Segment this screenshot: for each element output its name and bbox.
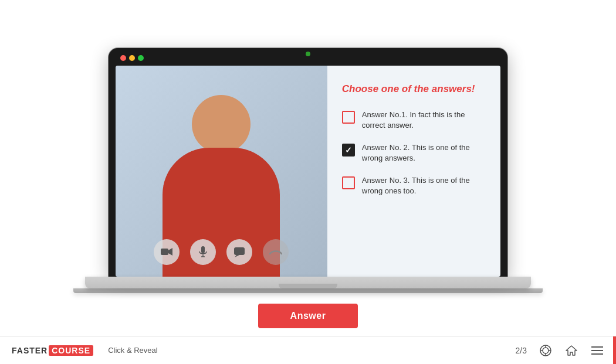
laptop-base [85, 277, 531, 288]
tl-red[interactable] [120, 55, 126, 61]
page-counter: 2/3 [516, 346, 527, 355]
answer-checkbox-2[interactable] [342, 144, 355, 157]
answer-item-1: Answer No.1. In fact this is the correct… [342, 110, 486, 131]
brand-faster-text: FASTER [12, 346, 48, 355]
bottom-label: Click & Reveal [108, 346, 158, 355]
svg-marker-13 [566, 346, 577, 355]
answer-btn-wrapper: Answer [258, 304, 358, 328]
camera-button[interactable] [154, 239, 180, 265]
home-icon[interactable] [564, 343, 578, 358]
answer-checkbox-1[interactable] [342, 111, 355, 124]
answer-text-2: Answer No. 2. This is one of the wrong a… [362, 142, 486, 164]
end-call-button[interactable] [263, 239, 289, 265]
brand-course-text: COURSE [49, 345, 93, 356]
lifering-icon[interactable] [539, 343, 553, 358]
tl-green[interactable] [138, 55, 144, 61]
svg-rect-0 [161, 249, 168, 255]
bottom-right: 2/3 [516, 343, 604, 358]
answer-item-3: Answer No. 3. This is one of the wrong o… [342, 175, 486, 196]
laptop-wrapper: Choose one of the answers! Answer No.1. … [73, 48, 543, 293]
laptop-outer: Choose one of the answers! Answer No.1. … [109, 48, 507, 277]
tl-yellow[interactable] [129, 55, 135, 61]
answer-item-2: Answer No. 2. This is one of the wrong a… [342, 142, 486, 164]
quiz-area: Choose one of the answers! Answer No.1. … [327, 66, 500, 277]
camera-bar [116, 55, 500, 66]
quiz-title: Choose one of the answers! [342, 83, 486, 95]
answer-button[interactable]: Answer [258, 304, 358, 328]
mic-button[interactable] [190, 239, 216, 265]
svg-marker-1 [168, 248, 172, 256]
person-area [116, 66, 327, 277]
svg-rect-2 [201, 246, 205, 253]
chat-button[interactable] [226, 239, 252, 265]
svg-point-8 [543, 348, 549, 353]
person-head [192, 95, 251, 154]
menu-icon[interactable] [590, 343, 604, 358]
laptop-screen: Choose one of the answers! Answer No.1. … [116, 66, 500, 277]
main-content: Choose one of the answers! Answer No.1. … [0, 0, 616, 364]
traffic-lights [120, 55, 144, 61]
bottom-bar: FASTER COURSE Click & Reveal 2/3 [0, 336, 616, 364]
camera-dot [306, 52, 310, 56]
svg-marker-6 [235, 255, 239, 257]
right-accent-bar [613, 336, 616, 364]
video-controls [116, 239, 327, 265]
svg-rect-5 [234, 247, 245, 255]
answer-text-3: Answer No. 3. This is one of the wrong o… [362, 175, 486, 196]
answer-text-1: Answer No.1. In fact this is the correct… [362, 110, 486, 131]
laptop-base-bottom [73, 288, 543, 293]
answer-checkbox-3[interactable] [342, 176, 355, 189]
brand-logo: FASTER COURSE [12, 345, 93, 356]
